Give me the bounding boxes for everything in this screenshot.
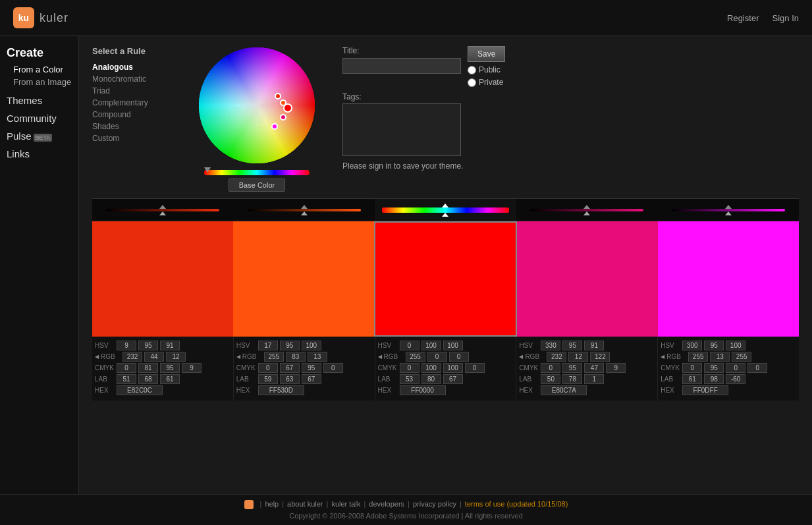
cmyk-c-2[interactable] [258, 363, 278, 373]
rule-monochromatic[interactable]: Monochromatic [92, 73, 178, 85]
lab-a-4[interactable] [562, 374, 582, 384]
color-wheel[interactable] [198, 46, 316, 165]
hex-4[interactable] [541, 385, 587, 395]
hsv-v-1[interactable] [160, 341, 180, 350]
hsv-h-3[interactable] [400, 341, 420, 350]
private-radio[interactable] [468, 78, 476, 87]
lab-b-3[interactable] [443, 374, 463, 384]
signin-link[interactable]: Sign In [772, 13, 799, 23]
hsv-h-1[interactable] [117, 341, 136, 350]
lab-l-3[interactable] [400, 374, 420, 384]
cmyk-y-5[interactable] [726, 363, 745, 373]
hex-3[interactable] [400, 385, 446, 395]
lab-l-5[interactable] [682, 374, 702, 384]
hex-2[interactable] [258, 385, 304, 395]
swatch-base[interactable] [374, 221, 518, 337]
cmyk-m-3[interactable] [421, 363, 441, 373]
rgb-r-5[interactable] [688, 352, 708, 362]
rule-compound[interactable]: Compound [92, 109, 178, 121]
hsv-v-5[interactable] [726, 341, 745, 350]
rgb-b-4[interactable] [590, 352, 610, 362]
cmyk-c-3[interactable] [400, 363, 420, 373]
footer-terms[interactable]: terms of use (updated 10/15/08) [465, 500, 568, 509]
wheel-container[interactable] [198, 46, 316, 165]
swatch-5[interactable] [658, 221, 799, 337]
rule-shades[interactable]: Shades [92, 121, 178, 132]
cmyk-c-4[interactable] [541, 363, 560, 373]
rgb-r-2[interactable] [264, 352, 284, 362]
hsv-s-4[interactable] [562, 341, 582, 350]
hex-5[interactable] [682, 385, 728, 395]
lab-b-1[interactable] [160, 374, 180, 384]
title-input[interactable] [342, 58, 461, 74]
hsv-v-2[interactable] [302, 341, 321, 350]
hsv-h-2[interactable] [258, 341, 278, 350]
public-radio[interactable] [468, 66, 476, 74]
lab-a-2[interactable] [280, 374, 300, 384]
lab-a-3[interactable] [421, 374, 441, 384]
rule-custom[interactable]: Custom [92, 132, 178, 144]
rgb-g-3[interactable] [427, 352, 447, 362]
lab-b-4[interactable] [584, 374, 604, 384]
cmyk-c-1[interactable] [117, 363, 136, 373]
lab-a-5[interactable] [704, 374, 724, 384]
rgb-r-1[interactable] [122, 352, 142, 362]
cmyk-m-1[interactable] [138, 363, 158, 373]
rgb-g-1[interactable] [144, 352, 164, 362]
sidebar-from-color[interactable]: From a Color [7, 63, 72, 76]
hsv-h-4[interactable] [541, 341, 560, 350]
cmyk-k-1[interactable] [182, 363, 202, 373]
swatch-2[interactable] [233, 221, 374, 337]
rule-analogous[interactable]: Analogous [92, 61, 178, 73]
cmyk-k-5[interactable] [747, 363, 767, 373]
swatch-1[interactable] [92, 221, 233, 337]
cmyk-k-3[interactable] [465, 363, 485, 373]
hsv-s-2[interactable] [280, 341, 300, 350]
hue-handle[interactable] [204, 167, 211, 173]
rgb-b-3[interactable] [449, 352, 469, 362]
sidebar-links[interactable]: Links [7, 148, 72, 159]
cmyk-y-3[interactable] [443, 363, 463, 373]
rgb-b-1[interactable] [166, 352, 186, 362]
cmyk-c-5[interactable] [682, 363, 702, 373]
rgb-b-5[interactable] [732, 352, 751, 362]
lab-l-4[interactable] [541, 374, 560, 384]
hsv-h-5[interactable] [682, 341, 702, 350]
hsv-v-4[interactable] [584, 341, 604, 350]
hex-1[interactable] [117, 385, 163, 395]
private-option[interactable]: Private [468, 78, 503, 87]
cmyk-k-4[interactable] [606, 363, 626, 373]
lab-b-2[interactable] [302, 374, 321, 384]
handle-base[interactable] [283, 103, 292, 113]
cmyk-y-2[interactable] [302, 363, 321, 373]
save-button[interactable]: Save [468, 46, 505, 62]
lab-l-2[interactable] [258, 374, 278, 384]
register-link[interactable]: Register [727, 13, 759, 23]
sidebar-themes[interactable]: Themes [7, 95, 72, 106]
cmyk-m-4[interactable] [562, 363, 582, 373]
rgb-b-2[interactable] [308, 352, 327, 362]
rule-triad[interactable]: Triad [92, 85, 178, 97]
rgb-r-3[interactable] [406, 352, 425, 362]
lab-a-1[interactable] [138, 374, 158, 384]
cmyk-y-1[interactable] [160, 363, 180, 373]
sidebar-from-image[interactable]: From an Image [7, 76, 72, 88]
rule-complementary[interactable]: Complementary [92, 97, 178, 109]
rgb-r-4[interactable] [547, 352, 566, 362]
rgb-g-4[interactable] [568, 352, 588, 362]
hsv-v-3[interactable] [443, 341, 463, 350]
cmyk-m-5[interactable] [704, 363, 724, 373]
footer-about[interactable]: about kuler [287, 500, 323, 509]
hsv-s-3[interactable] [421, 341, 441, 350]
rgb-g-2[interactable] [286, 352, 306, 362]
footer-privacy[interactable]: privacy policy [413, 500, 456, 509]
hsv-s-1[interactable] [138, 341, 158, 350]
lab-l-1[interactable] [117, 374, 136, 384]
footer-kuler-talk[interactable]: kuler talk [331, 500, 360, 509]
handle-5[interactable] [271, 123, 278, 130]
sidebar-pulse[interactable]: PulseBETA [7, 130, 72, 142]
cmyk-y-4[interactable] [584, 363, 604, 373]
footer-help[interactable]: help [265, 500, 279, 509]
lab-b-5[interactable] [726, 374, 745, 384]
rgb-g-5[interactable] [710, 352, 730, 362]
